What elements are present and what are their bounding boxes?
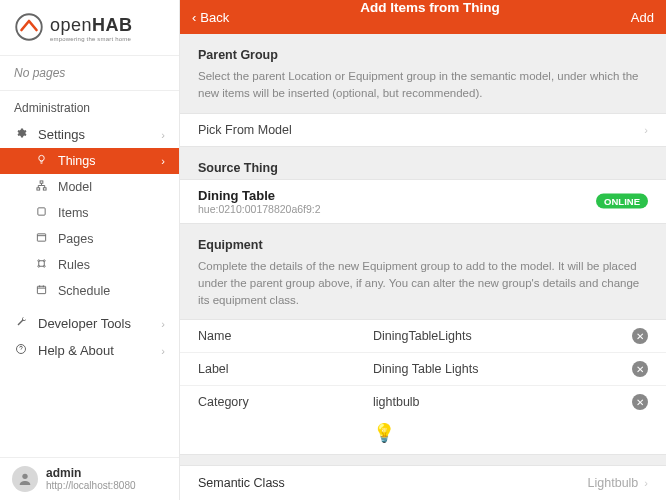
nav-label: Schedule [58,284,110,298]
user-name: admin [46,466,136,480]
svg-rect-5 [37,208,44,215]
sitemap-icon [34,180,48,194]
nav-label: Developer Tools [38,316,131,331]
svg-rect-4 [43,188,46,190]
clear-icon[interactable]: ✕ [632,328,648,344]
page-title: Add Items from Thing [360,0,500,15]
brand-name: openHAB [50,15,133,36]
wrench-icon [14,316,28,331]
field-label-category: Category [198,395,373,409]
equipment-label-input[interactable] [373,362,632,376]
topbar: ‹ Back Add Items from Thing Add [180,0,666,34]
back-label: Back [200,10,229,25]
main: ‹ Back Add Items from Thing Add Parent G… [180,0,666,500]
section-title-parent: Parent Group [180,34,666,66]
source-thing-uid: hue:0210:00178820a6f9:2 [198,203,648,215]
svg-rect-11 [37,286,45,293]
semantic-class-row[interactable]: Semantic Class Lightbulb › [180,465,666,500]
equipment-category-row: Category ✕ [180,385,666,418]
pick-from-model-row[interactable]: Pick From Model › [180,114,666,146]
section-desc-parent: Select the parent Location or Equipment … [180,66,666,113]
svg-point-0 [16,14,42,40]
chevron-left-icon: ‹ [192,10,196,25]
chevron-right-icon: › [161,129,165,141]
equipment-category-input[interactable] [373,395,632,409]
brand-logo-icon [14,12,44,45]
lightbulb-icon [34,154,48,168]
back-button[interactable]: ‹ Back [192,10,229,25]
nav-item-items[interactable]: Items [0,200,179,226]
window-icon [34,232,48,246]
tag-icon [34,206,48,220]
nav-label: Items [58,206,89,220]
svg-point-13 [22,473,27,478]
equipment-name-input[interactable] [373,329,632,343]
brand-tagline: empowering the smart home [50,36,133,42]
user-row[interactable]: admin http://localhost:8080 [0,457,179,500]
nav-label: Rules [58,258,90,272]
lightbulb-emoji-icon: 💡 [373,423,395,443]
add-button[interactable]: Add [631,10,654,25]
nav-label: Settings [38,127,85,142]
content-scroll[interactable]: Parent Group Select the parent Location … [180,34,666,500]
brand: openHAB empowering the smart home [0,0,179,56]
help-icon [14,343,28,358]
field-label-name: Name [198,329,373,343]
nav-item-rules[interactable]: Rules [0,252,179,278]
chevron-right-icon: › [161,318,165,330]
svg-rect-2 [40,181,43,183]
calendar-icon [34,284,48,298]
category-icon-preview: 💡 [180,418,666,455]
nav-label: Pages [58,232,93,246]
source-thing-name: Dining Table [198,188,648,203]
nav-item-model[interactable]: Model [0,174,179,200]
svg-point-9 [37,265,39,267]
clear-icon[interactable]: ✕ [632,394,648,410]
rules-icon [34,258,48,272]
avatar [12,466,38,492]
svg-rect-3 [36,188,39,190]
equipment-label-row: Label ✕ [180,352,666,385]
nav-item-help[interactable]: Help & About › [0,337,179,364]
nav-label: Help & About [38,343,114,358]
no-pages-label: No pages [0,56,179,91]
section-title-source: Source Thing [180,147,666,179]
nav-label: Things [58,154,96,168]
source-thing-row[interactable]: Dining Table hue:0210:00178820a6f9:2 ONL… [180,180,666,223]
semantic-class-value: Lightbulb [588,476,639,490]
nav-item-settings[interactable]: Settings › [0,121,179,148]
svg-rect-6 [37,234,45,241]
svg-point-7 [37,260,39,262]
chevron-right-icon: › [644,124,648,136]
clear-icon[interactable]: ✕ [632,361,648,377]
nav-item-things[interactable]: Things › [0,148,179,174]
nav-item-developer-tools[interactable]: Developer Tools › [0,310,179,337]
chevron-right-icon: › [161,345,165,357]
svg-point-8 [43,260,45,262]
semantic-class-label: Semantic Class [198,476,285,490]
pick-from-model-label: Pick From Model [198,123,292,137]
admin-header: Administration [0,91,179,121]
gear-icon [14,127,28,142]
equipment-name-row: Name ✕ [180,320,666,352]
nav-item-pages[interactable]: Pages [0,226,179,252]
user-url: http://localhost:8080 [46,480,136,492]
chevron-right-icon: › [644,477,648,489]
field-label-label: Label [198,362,373,376]
nav-item-schedule[interactable]: Schedule [0,278,179,304]
chevron-right-icon: › [161,155,165,167]
sidebar: openHAB empowering the smart home No pag… [0,0,180,500]
section-title-equipment: Equipment [180,224,666,256]
status-badge: ONLINE [596,194,648,209]
section-desc-equipment: Complete the details of the new Equipmen… [180,256,666,320]
svg-point-10 [43,265,45,267]
nav-label: Model [58,180,92,194]
svg-point-1 [38,155,44,161]
